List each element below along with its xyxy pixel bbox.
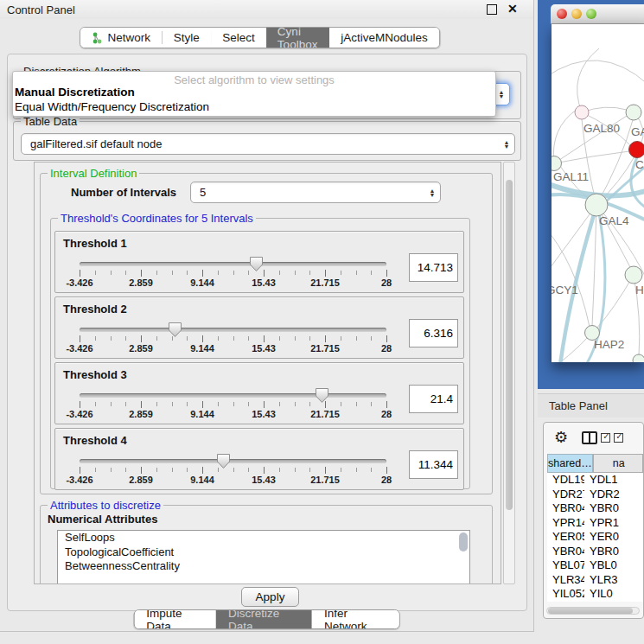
threshold-slider[interactable]: -3.4262.8599.14415.4321.71528 [80,322,386,356]
tick-mark [248,402,249,406]
table-data-title: Table Data [21,115,80,128]
tick-mark [218,336,219,341]
slider-track[interactable] [80,393,386,398]
tab-style[interactable]: Style [163,28,211,48]
apply-button[interactable]: Apply [241,587,299,607]
slider-thumb[interactable] [249,256,264,272]
table-row[interactable]: YDL19…YDL1 [547,473,643,488]
threshold-label: Threshold 4 [63,434,127,447]
tick-label: 28 [381,277,392,288]
network-canvas[interactable]: GAL80GACGAL11GAL4GCY1HHAP2 [552,24,644,362]
list-item[interactable]: TopologicalCoefficient [58,545,469,560]
thresholds-group-title: Threshold's Coordinates for 5 Intervals [58,212,256,225]
network-node-gal4[interactable] [585,194,608,216]
numerical-attributes-list[interactable]: SelfLoopsTopologicalCoefficientBetweenne… [57,530,470,584]
column-header[interactable]: na [593,454,643,473]
stepper-arrows-icon[interactable]: ▲▼ [499,140,514,149]
slider-thumb[interactable] [216,453,231,469]
table-cell: YPR1 [584,516,643,531]
tab-network[interactable]: Network [80,28,163,48]
table-row[interactable]: YER054CYER0 [547,530,643,545]
control-panel-tabbar: NetworkStyleSelectCyni ToolboxjActiveMNo… [80,27,440,48]
table-row[interactable]: YLR345WYLR3 [547,573,643,588]
slider-track[interactable] [80,262,386,266]
close-traffic-light-icon[interactable] [557,9,567,19]
tab-infer-network[interactable]: Infer Network [312,610,399,628]
table-row[interactable]: YBR043CYBR0 [547,501,643,516]
tick-mark [187,271,188,275]
window-title: Control Panel [7,3,75,16]
threshold-slider[interactable]: -3.4262.8599.14415.4321.71528 [80,256,386,290]
list-scrollbar[interactable] [459,532,468,579]
tick-mark [156,271,157,275]
network-node-c[interactable] [629,142,644,158]
network-node-gal11[interactable] [552,156,562,171]
tick-mark [356,468,357,472]
threshold-slider[interactable]: -3.4262.8599.14415.4321.71528 [80,387,386,422]
scrollbar-thumb[interactable] [548,608,633,614]
tick-label: 21.715 [310,277,340,288]
tick-mark [295,271,296,275]
network-node-ga[interactable] [626,105,641,120]
settings-vertical-scrollbar[interactable] [503,162,515,584]
slider-thumb[interactable] [168,322,182,338]
tick-mark [202,270,203,277]
table-row[interactable]: YBL079WYBL0 [547,558,643,573]
close-icon[interactable]: ✕ [507,2,518,16]
tick-mark [371,468,372,472]
table-horizontal-scrollbar[interactable] [546,607,640,615]
node-label: GAL80 [583,122,620,135]
column-header[interactable]: shared… [547,454,593,473]
table-panel-header: Table Panel [538,393,644,418]
threshold-label: Threshold 1 [63,237,127,250]
threshold-slider[interactable]: -3.4262.8599.14415.4321.71528 [80,453,386,488]
table-row[interactable]: YDR27…YDR2 [547,488,643,502]
slider-track[interactable] [80,328,386,332]
scrollbar-thumb[interactable] [506,180,513,510]
table-row[interactable]: YPR145WYPR1 [547,516,643,531]
tick-label: 15.43 [252,343,276,354]
node-table-card: ⚙ shared…naYDL19…YDL1YDR27…YDR2YBR043CYB… [543,422,644,619]
threshold-label: Threshold 3 [63,368,127,381]
tick-mark [172,402,173,406]
slider-thumb[interactable] [315,387,329,404]
tab-jactivemnodules[interactable]: jActiveMNodules [329,28,439,48]
tick-mark [187,336,188,341]
tab-discretize-data[interactable]: Discretize Data [216,610,312,628]
tick-mark [95,271,96,275]
zoom-traffic-light-icon[interactable] [586,9,596,19]
table-row[interactable]: YIL052CYIL0 [547,587,643,602]
network-node-h[interactable] [625,266,642,284]
network-edge [553,109,577,163]
tick-mark [156,468,157,472]
list-item[interactable]: SelfLoops [58,531,469,545]
tick-mark [156,336,157,341]
tab-impute-data[interactable]: Impute Data [134,610,216,628]
slider-track[interactable] [80,459,386,463]
float-window-icon[interactable] [487,4,497,15]
tick-mark [356,402,357,406]
checkbox-icon[interactable] [614,433,623,443]
threshold-value-field[interactable]: 6.316 [409,319,458,348]
stepper-arrows-icon[interactable]: ▲▼ [424,188,440,197]
tick-mark [279,336,280,341]
gear-icon[interactable]: ⚙ [554,428,568,447]
tick-mark [233,271,234,275]
threshold-value-field[interactable]: 21.4 [409,385,458,413]
network-node-gal80[interactable] [575,105,589,119]
tab-select[interactable]: Select [211,28,266,48]
number-of-intervals-combobox[interactable]: 5 ▲▼ [190,182,441,203]
checkbox-icon[interactable] [601,433,610,443]
table-data-combobox[interactable]: galFiltered.sif default node ▲▼ [21,133,515,155]
threshold-value-field[interactable]: 11.344 [409,450,458,479]
algorithm-option-manual[interactable]: Manual Discretization [13,86,495,100]
network-node[interactable] [633,354,644,362]
table-cell: YBL0 [584,558,643,573]
algorithm-option-equal-width[interactable]: Equal Width/Frequency Discretization [13,100,495,115]
minimize-traffic-light-icon[interactable] [571,9,582,19]
list-item[interactable]: BetweennessCentrality [58,559,469,574]
tab-cyni-toolbox[interactable]: Cyni Toolbox [266,28,329,48]
table-row[interactable]: YBR045CYBR0 [547,545,643,559]
split-columns-icon[interactable] [582,431,597,444]
threshold-value-field[interactable]: 14.713 [409,253,458,282]
